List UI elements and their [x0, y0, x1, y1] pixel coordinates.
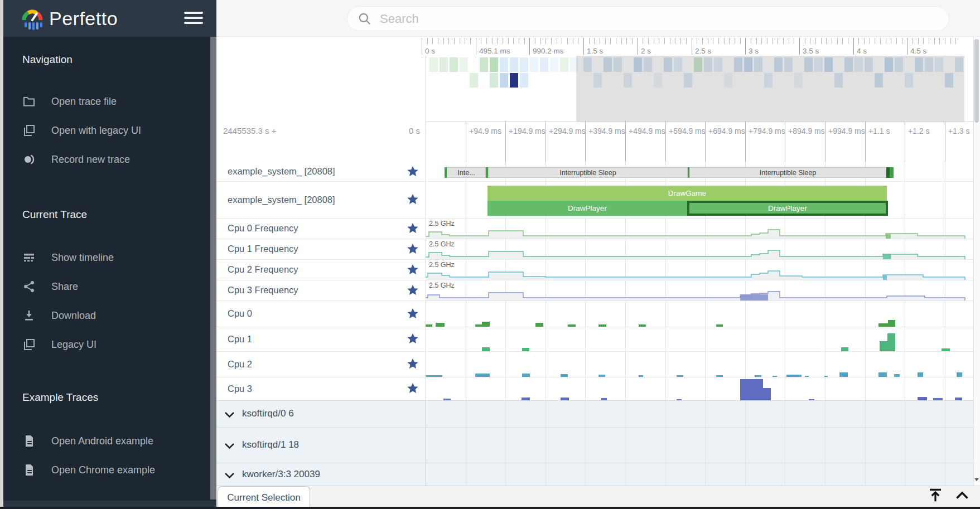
cpu-sched-slice[interactable]	[888, 320, 895, 327]
overview-minor-tick	[842, 38, 843, 44]
sidebar-item-share[interactable]: Share	[22, 279, 206, 294]
cpu-sched-slice[interactable]	[839, 372, 848, 377]
overview-minor-tick	[923, 38, 924, 44]
overview-minor-tick	[519, 38, 519, 44]
track-name-label: example_system_ [20808]	[228, 162, 335, 181]
minimap-cell	[429, 57, 438, 72]
overview-minor-tick	[778, 38, 778, 44]
row-divider	[216, 463, 973, 463]
star-icon[interactable]	[406, 165, 419, 178]
overview-minor-tick	[497, 38, 498, 44]
time-ruler-tick-label: +394.9 ms	[588, 122, 625, 140]
star-icon[interactable]	[406, 307, 419, 321]
cpu-sched-slice[interactable]	[482, 347, 490, 351]
chevron-down-icon[interactable]	[224, 442, 235, 448]
chevron-down-icon[interactable]	[224, 410, 235, 417]
menu-icon[interactable]	[184, 12, 203, 25]
sidebar-item-download[interactable]: Download	[22, 308, 206, 323]
sidebar-section-heading: Current Trace	[22, 209, 190, 223]
overview-major-tick	[529, 38, 530, 55]
overview-tick-label: 1.5 s	[587, 47, 603, 55]
overview-minor-tick	[708, 38, 708, 44]
overview-minor-tick	[740, 38, 741, 44]
cpu-sched-slice[interactable]	[918, 372, 923, 377]
star-icon[interactable]	[406, 193, 419, 206]
overview-minor-tick	[945, 38, 945, 44]
time-ruler-tick-label: +894.9 ms	[788, 122, 825, 140]
thread-state-slice[interactable]: Interruptible Sleep	[689, 167, 886, 178]
cpu-sched-slice[interactable]	[436, 323, 445, 327]
cpu-sched-slice[interactable]	[482, 322, 490, 327]
chevron-up-icon[interactable]	[955, 489, 969, 506]
search-input[interactable]	[379, 11, 883, 27]
cpu-sched-slice[interactable]	[880, 341, 887, 351]
thread-state-slice[interactable]	[890, 167, 894, 178]
sidebar-item-show-timeline[interactable]: Show timeline	[22, 250, 206, 265]
minimap-viewport[interactable]	[576, 56, 964, 122]
minimap-cell	[490, 73, 498, 88]
row-divider	[216, 327, 973, 327]
sidebar-item-open-chrome-example[interactable]: Open Chrome example	[22, 462, 206, 478]
overview-minor-tick	[939, 38, 940, 44]
cpu-sched-slice[interactable]	[841, 347, 848, 351]
timeline-icon	[22, 251, 37, 264]
cpu-sched-slice[interactable]	[740, 379, 763, 400]
chevron-down-icon[interactable]	[224, 471, 235, 478]
overview-minor-tick	[880, 38, 881, 44]
star-icon[interactable]	[406, 263, 419, 277]
sidebar-item-open-android-example[interactable]: Open Android example	[22, 433, 206, 449]
vertical-align-top-icon[interactable]	[927, 487, 944, 506]
overview-minor-tick	[589, 38, 590, 44]
sidebar-item-record-new-trace[interactable]: Record new trace	[22, 152, 206, 167]
sidebar-item-open-with-legacy-ui[interactable]: Open with legacy UI	[22, 123, 206, 138]
thread-state-slice[interactable]: Interruptible Sleep	[488, 167, 688, 178]
cpu-sched-slice[interactable]	[887, 333, 895, 351]
overview-minor-tick	[427, 38, 428, 44]
tab-current-selection[interactable]: Current Selection	[218, 486, 310, 509]
star-icon[interactable]	[406, 332, 419, 346]
overview-minor-tick	[773, 38, 773, 44]
cpu-sched-slice[interactable]	[763, 388, 771, 400]
scrollbar-thumb[interactable]	[974, 39, 979, 123]
sidebar-scrollbar[interactable]	[210, 37, 216, 500]
overview-minor-tick	[454, 38, 455, 44]
star-icon[interactable]	[406, 284, 419, 297]
process-row-label: ksoftirqd/1 18	[242, 427, 299, 463]
overview-minor-tick	[902, 38, 902, 44]
star-icon[interactable]	[406, 222, 419, 235]
cpu-sched-slice[interactable]	[957, 372, 962, 377]
overview-minor-tick	[470, 38, 471, 44]
track-name-label: Cpu 0	[228, 300, 252, 327]
overview-minor-tick	[729, 38, 730, 44]
overview-tick-label: 495.1 ms	[479, 47, 510, 55]
cpu-frequency-counter-chart[interactable]	[426, 218, 973, 239]
sidebar-item-open-trace-file[interactable]: Open trace file	[22, 94, 206, 109]
overview-minor-tick	[724, 38, 725, 44]
row-divider	[216, 351, 973, 352]
cpu-sched-slice[interactable]	[878, 372, 887, 377]
cpu-sched-slice[interactable]	[535, 323, 543, 327]
star-icon[interactable]	[406, 382, 419, 395]
scrollbar-down-arrow-icon[interactable]	[973, 476, 980, 486]
sidebar-item-label: Legacy UI	[51, 339, 96, 351]
grid-tick-dark	[625, 122, 626, 162]
star-icon[interactable]	[406, 357, 419, 371]
overview-major-tick	[583, 38, 584, 55]
sidebar-item-legacy-ui[interactable]: Legacy UI	[22, 337, 206, 352]
minimap-cell	[530, 57, 538, 72]
cpu-frequency-counter-chart[interactable]	[426, 239, 973, 259]
search-box[interactable]	[347, 6, 949, 31]
minimap-cell	[490, 57, 498, 72]
star-icon[interactable]	[406, 243, 419, 256]
cpu-frequency-counter-chart[interactable]	[426, 259, 973, 280]
cpu-frequency-counter-chart[interactable]	[426, 280, 973, 300]
slice[interactable]: DrawPlayer	[487, 201, 687, 216]
overview-minor-tick	[875, 38, 875, 44]
minimap-cell	[520, 57, 528, 72]
slice[interactable]: DrawGame	[487, 186, 887, 201]
thread-state-slice[interactable]: Inte...	[447, 167, 486, 178]
track-name-label: Cpu 2	[228, 351, 252, 377]
legacy-ui-icon	[22, 338, 37, 351]
overview-minor-tick	[578, 38, 578, 44]
slice-selected[interactable]: DrawPlayer	[687, 201, 888, 216]
